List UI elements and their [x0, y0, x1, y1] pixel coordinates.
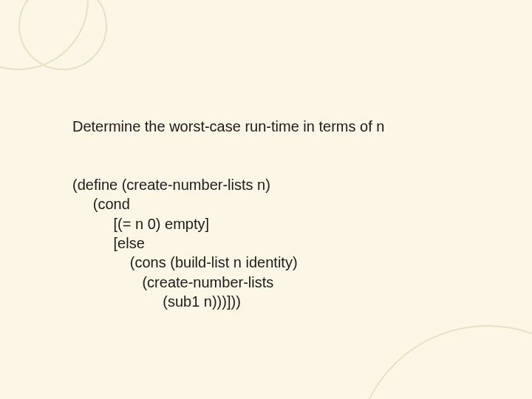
- code-line: [(= n 0) empty]: [72, 216, 209, 232]
- code-line: (create-number-lists: [72, 274, 273, 290]
- decorative-curve-bottom: [355, 325, 532, 399]
- code-line: [else: [72, 235, 145, 251]
- code-line: (cons (build-list n identity): [72, 254, 298, 270]
- slide-content: Determine the worst-case run-time in ter…: [72, 117, 486, 312]
- code-line: (cond: [72, 196, 130, 212]
- code-block: (define (create-number-lists n) (cond [(…: [72, 155, 486, 311]
- code-line: (define (create-number-lists n): [72, 177, 270, 193]
- prompt-text: Determine the worst-case run-time in ter…: [72, 117, 486, 136]
- code-line: (sub1 n)))])): [72, 293, 241, 310]
